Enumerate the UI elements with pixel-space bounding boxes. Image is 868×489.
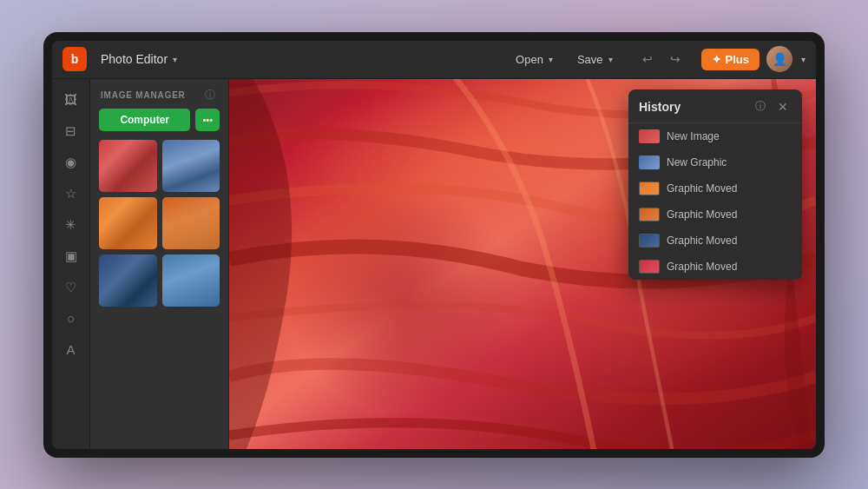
avatar-chevron: ▾ [801,55,806,64]
panel-info-button[interactable]: ⓘ [202,88,218,103]
image-tool-btn[interactable]: 🖼 [57,86,85,114]
history-item-6[interactable]: Graphic Moved [628,254,802,280]
thumbnail-3[interactable] [99,197,157,249]
app-title: Photo Editor [101,52,168,66]
history-header-actions: ⓘ ✕ [752,98,792,116]
thumbnail-5[interactable] [99,254,157,307]
panel-header: IMAGE MANAGER ⓘ [90,79,228,109]
app-name-button[interactable]: Photo Editor ▾ [94,49,184,69]
history-item-2[interactable]: New Graphic [628,149,802,175]
screen: b Photo Editor ▾ Open ▾ Save ▾ ↩ ↪ [52,41,816,449]
history-item-label-2: New Graphic [667,156,727,169]
history-item-5[interactable]: Graphic Moved [628,228,802,254]
save-button[interactable]: Save ▾ [569,50,621,69]
history-header: History ⓘ ✕ [628,89,802,123]
more-options-button[interactable]: ••• [195,109,220,131]
history-thumb-5 [639,234,660,248]
shape-tool-btn[interactable]: ○ [57,305,85,333]
history-thumb-1 [639,129,660,143]
heart-tool-btn[interactable]: ♡ [57,274,85,301]
left-panel: IMAGE MANAGER ⓘ Computer ••• [90,79,229,449]
frame-tool-btn[interactable]: ▣ [57,242,85,270]
avatar-image: 👤 [766,46,792,72]
history-thumb-4 [639,208,660,221]
icon-bar: 🖼 ⊟ ◉ ☆ ✳ ▣ ♡ ○ A [52,79,90,449]
canvas-area[interactable]: History ⓘ ✕ New Image New G [229,79,816,449]
panel-title: IMAGE MANAGER [101,90,186,100]
thumbnail-2[interactable] [162,140,220,192]
open-button[interactable]: Open ▾ [507,50,562,69]
history-item-label-5: Graphic Moved [667,235,737,247]
history-title: History [639,100,681,114]
computer-button[interactable]: Computer [99,109,190,131]
history-close-button[interactable]: ✕ [774,98,792,116]
app-title-chevron: ▾ [173,55,177,64]
panel-scroll[interactable] [90,140,228,449]
star-tool-btn[interactable]: ☆ [57,180,85,208]
device-wrapper: b Photo Editor ▾ Open ▾ Save ▾ ↩ ↪ [43,32,825,458]
plus-icon: ✦ [712,53,721,66]
avatar[interactable]: 👤 [766,46,792,72]
topbar: b Photo Editor ▾ Open ▾ Save ▾ ↩ ↪ [52,41,816,79]
history-thumb-6 [639,260,660,274]
history-thumb-3 [639,182,660,195]
history-item-label-1: New Image [667,130,720,142]
eye-tool-btn[interactable]: ◉ [57,149,85,176]
history-info-button[interactable]: ⓘ [752,98,769,116]
plus-button[interactable]: ✦ Plus [701,49,760,70]
thumbnail-4[interactable] [162,197,220,249]
history-item-label-4: Graphic Moved [667,208,737,221]
history-panel: History ⓘ ✕ New Image New G [628,89,802,280]
history-thumb-2 [639,155,660,169]
effects-tool-btn[interactable]: ✳ [57,211,85,239]
adjustments-tool-btn[interactable]: ⊟ [57,117,85,145]
logo-button[interactable]: b [62,47,87,71]
history-item-label-3: Graphic Moved [667,182,737,195]
text-tool-btn[interactable]: A [57,336,85,364]
history-item-3[interactable]: Graphic Moved [628,175,802,202]
panel-buttons: Computer ••• [90,109,228,140]
thumbnail-1[interactable] [99,140,157,192]
redo-button[interactable]: ↪ [663,47,687,71]
device-frame: b Photo Editor ▾ Open ▾ Save ▾ ↩ ↪ [43,32,825,458]
undo-button[interactable]: ↩ [635,47,660,71]
thumbnail-grid [99,140,220,307]
undo-redo-actions: ↩ ↪ [635,47,687,71]
history-item-label-6: Graphic Moved [667,261,737,273]
history-item-4[interactable]: Graphic Moved [628,202,802,228]
thumbnail-6[interactable] [162,254,220,307]
history-item-1[interactable]: New Image [628,123,802,149]
main-area: 🖼 ⊟ ◉ ☆ ✳ ▣ ♡ ○ A IMAGE MANAGER ⓘ [52,79,816,449]
